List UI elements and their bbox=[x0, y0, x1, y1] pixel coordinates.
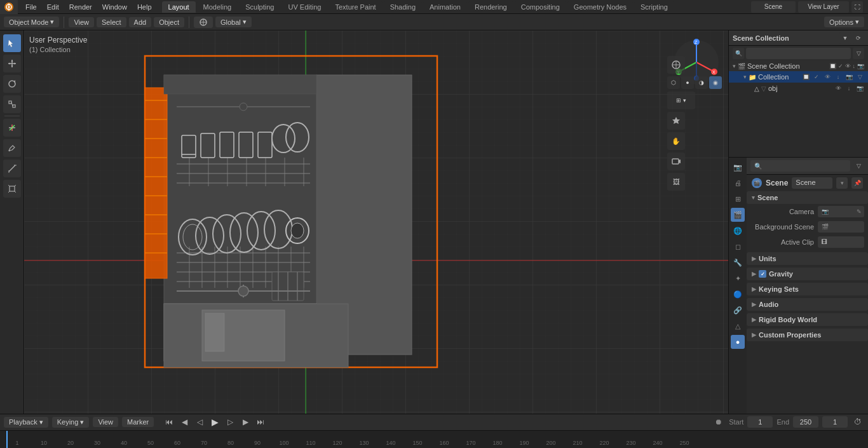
keying-dropdown[interactable]: Keying ▾ bbox=[52, 417, 90, 428]
tab-sculpting[interactable]: Sculpting bbox=[239, 1, 280, 13]
gravity-section-header[interactable]: ▶ ✓ Gravity bbox=[747, 268, 868, 280]
add-menu[interactable]: Add bbox=[129, 17, 152, 27]
outliner-filter-funnel[interactable]: ▽ bbox=[853, 48, 864, 59]
timeline-ruler[interactable]: 1 10 20 30 40 50 60 70 80 90 100 110 120… bbox=[0, 431, 868, 448]
start-frame-input[interactable]: 1 bbox=[747, 416, 773, 428]
menu-edit[interactable]: Edit bbox=[42, 2, 64, 12]
props-constraints-icon[interactable]: 🔗 bbox=[731, 303, 745, 317]
coll-check-icon[interactable]: ✓ bbox=[812, 72, 821, 81]
select-menu[interactable]: Select bbox=[97, 17, 126, 27]
coll-filter-icon[interactable]: ▽ bbox=[855, 72, 864, 81]
scene-browse-btn[interactable]: ▾ bbox=[836, 177, 848, 189]
tab-modeling[interactable]: Modeling bbox=[197, 1, 238, 13]
outliner-search-input[interactable] bbox=[746, 48, 851, 59]
scene-collection-row[interactable]: ▾ 🎬 Scene Collection 🔲 ✓ 👁 ↓ 📷 bbox=[729, 61, 868, 71]
main-area: User Perspective (1) Collection Z X bbox=[0, 31, 868, 414]
camera-field[interactable]: 📷 ✎ bbox=[818, 206, 864, 217]
tab-texture-paint[interactable]: Texture Paint bbox=[329, 1, 382, 13]
jump-end-btn[interactable]: ⏭ bbox=[254, 416, 267, 428]
props-data-icon[interactable]: △ bbox=[731, 319, 745, 333]
menu-render[interactable]: Render bbox=[64, 2, 97, 12]
tab-compositing[interactable]: Compositing bbox=[515, 1, 566, 13]
outliner-collection-item[interactable]: ▾ 📁 Collection 🔲 ✓ 👁 ↓ 📷 ▽ bbox=[729, 71, 868, 83]
tab-layout[interactable]: Layout bbox=[162, 1, 196, 13]
props-material-icon[interactable]: ● bbox=[731, 335, 745, 349]
props-world-icon[interactable]: 🌐 bbox=[731, 224, 745, 238]
props-filter-btn[interactable]: ▽ bbox=[853, 160, 864, 172]
keying-sets-header[interactable]: ▶ Keying Sets bbox=[747, 283, 868, 295]
view-dropdown[interactable]: View bbox=[93, 417, 118, 427]
coll-down-icon[interactable]: ↓ bbox=[834, 72, 843, 81]
transform-gizmo-toggle[interactable] bbox=[194, 17, 213, 28]
scene-selector[interactable]: Scene bbox=[751, 1, 796, 13]
record-btn[interactable]: ⏺ bbox=[712, 416, 725, 428]
outliner-obj-item[interactable]: △ ▽ obj 👁 ↓ 📷 bbox=[729, 83, 868, 94]
menu-file[interactable]: File bbox=[20, 2, 42, 12]
camera-icon-small: 📷 bbox=[822, 208, 829, 215]
end-frame-input[interactable]: 250 bbox=[793, 416, 818, 428]
3d-viewport[interactable]: User Perspective (1) Collection Z X bbox=[24, 31, 728, 414]
outliner-filter-btn[interactable]: ▼ bbox=[839, 32, 851, 44]
marker-dropdown[interactable]: Marker bbox=[122, 417, 154, 427]
props-physics-icon[interactable]: 🔵 bbox=[731, 287, 745, 301]
obj-down-icon[interactable]: ↓ bbox=[844, 84, 853, 93]
coll-cam-icon[interactable]: 📷 bbox=[844, 72, 853, 81]
background-scene-field[interactable]: 🎬 bbox=[818, 221, 864, 233]
object-mode-dropdown[interactable]: Object Mode ▾ bbox=[4, 17, 59, 27]
rotate-tool[interactable] bbox=[3, 75, 21, 93]
outliner-sync-btn[interactable]: ⟳ bbox=[853, 32, 864, 44]
coll-eye-icon[interactable]: 👁 bbox=[823, 72, 832, 81]
view-layer-selector[interactable]: View Layer bbox=[798, 1, 849, 13]
obj-eye-icon[interactable]: 👁 bbox=[834, 84, 843, 93]
object-menu[interactable]: Object bbox=[154, 17, 184, 27]
current-frame-input[interactable]: 1 bbox=[822, 416, 848, 428]
obj-cam-icon[interactable]: 📷 bbox=[855, 84, 864, 93]
custom-props-header[interactable]: ▶ Custom Properties bbox=[747, 329, 868, 341]
view-menu[interactable]: View bbox=[69, 17, 94, 27]
playback-dropdown[interactable]: Playback ▾ bbox=[4, 417, 48, 428]
props-modifier-icon[interactable]: 🔧 bbox=[731, 255, 745, 269]
move-tool[interactable] bbox=[3, 55, 21, 72]
tab-rendering[interactable]: Rendering bbox=[468, 1, 513, 13]
scale-tool[interactable] bbox=[3, 95, 21, 113]
camera-browse-icon[interactable]: ✎ bbox=[857, 208, 862, 215]
scene-name-field[interactable]: Scene bbox=[792, 177, 832, 189]
scene-section-header[interactable]: ▾ Scene bbox=[747, 191, 868, 204]
audio-section-header[interactable]: ▶ Audio bbox=[747, 298, 868, 311]
add-cube-tool[interactable] bbox=[3, 180, 21, 198]
rigid-body-header[interactable]: ▶ Rigid Body World bbox=[747, 313, 868, 326]
next-frame-btn[interactable]: ▶ bbox=[239, 416, 252, 428]
play-btn[interactable]: ▶ bbox=[208, 416, 221, 428]
next-keyframe-btn[interactable]: ▷ bbox=[224, 416, 236, 428]
menu-help[interactable]: Help bbox=[132, 2, 157, 12]
props-render-icon[interactable]: 📷 bbox=[731, 160, 745, 174]
jump-start-btn[interactable]: ⏮ bbox=[163, 416, 175, 428]
fullscreen-btn[interactable]: ⛶ bbox=[851, 1, 863, 13]
coll-vis-icon[interactable]: 🔲 bbox=[801, 72, 810, 81]
timeline-playhead[interactable] bbox=[6, 431, 8, 448]
props-scene-icon[interactable]: 🎬 bbox=[731, 208, 745, 222]
annotate-tool[interactable] bbox=[3, 139, 21, 157]
prev-frame-btn[interactable]: ◀ bbox=[178, 416, 191, 428]
select-tool[interactable] bbox=[3, 34, 21, 52]
props-particles-icon[interactable]: ✦ bbox=[731, 271, 745, 285]
prev-keyframe-btn[interactable]: ◁ bbox=[193, 416, 206, 428]
menu-window[interactable]: Window bbox=[97, 2, 132, 12]
scene-pin-btn[interactable]: 📌 bbox=[851, 177, 863, 189]
props-view-layer-icon[interactable]: ⊞ bbox=[731, 192, 745, 206]
tab-scripting[interactable]: Scripting bbox=[634, 1, 674, 13]
active-clip-field[interactable]: 🎞 bbox=[818, 236, 864, 248]
tab-animation[interactable]: Animation bbox=[423, 1, 467, 13]
transform-space-dropdown[interactable]: Global ▾ bbox=[215, 17, 252, 27]
transform-tool[interactable] bbox=[3, 119, 21, 137]
tab-shading[interactable]: Shading bbox=[384, 1, 422, 13]
measure-tool[interactable] bbox=[3, 160, 21, 177]
units-section-header[interactable]: ▶ Units bbox=[747, 252, 868, 265]
tab-geometry-nodes[interactable]: Geometry Nodes bbox=[567, 1, 633, 13]
options-btn[interactable]: Options ▾ bbox=[824, 17, 864, 27]
props-output-icon[interactable]: 🖨 bbox=[731, 176, 745, 190]
tab-uv-editing[interactable]: UV Editing bbox=[281, 1, 327, 13]
props-search-bar[interactable]: 🔍 bbox=[750, 160, 850, 172]
gravity-checkbox[interactable]: ✓ bbox=[759, 270, 766, 278]
props-obj-icon[interactable]: ◻ bbox=[731, 240, 745, 254]
